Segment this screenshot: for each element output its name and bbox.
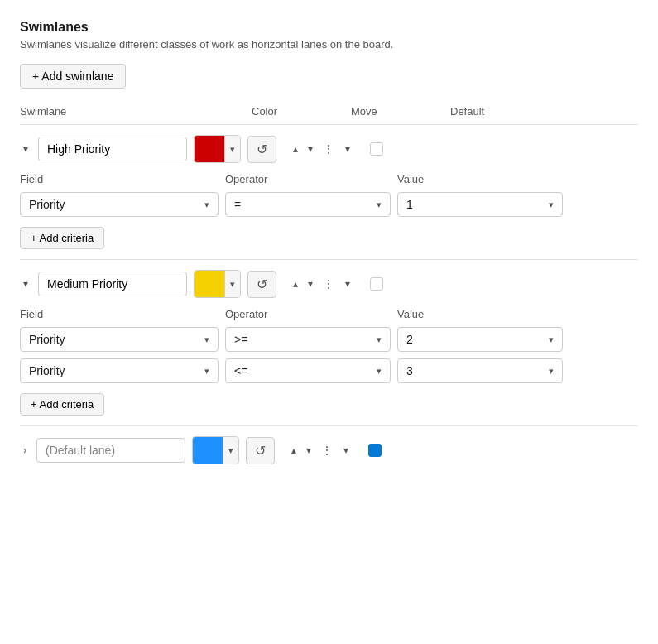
criteria-row-2-1: Priority ▾ >= ▾ 2 ▾ [20,327,638,352]
swimlane-name-input-default-lane[interactable] [36,438,185,463]
color-swatch-default-lane[interactable] [193,437,223,464]
color-picker-default-lane: ▾ [192,436,239,464]
default-checkbox-medium-priority[interactable] [370,277,383,291]
expand-button-default-lane[interactable]: ▾ [340,441,352,459]
value-select-2-2[interactable]: 3 ▾ [397,358,563,383]
add-criteria-button-high-priority[interactable]: + Add criteria [20,227,104,249]
field-select-arrow-2-1: ▾ [204,334,209,345]
criteria-section-medium-priority: Field Operator Value Priority ▾ >= ▾ 2 ▾… [20,308,638,416]
operator-select-label-2-2: <= [234,364,247,377]
color-picker-high-priority: ▾ [194,135,241,163]
field-select-arrow-1-1: ▾ [204,199,209,210]
swimlane-row-high-priority: ▾ ▾ ↺ ▴ ▾ ⋮ ▾ [20,135,638,163]
color-swatch-medium-priority[interactable] [195,271,224,297]
swimlane-row-default-lane: › ▾ ↺ ▴ ▾ ⋮ ▾ [20,436,638,464]
field-select-2-2[interactable]: Priority ▾ [20,358,219,383]
criteria-section-high-priority: Field Operator Value Priority ▾ = ▾ 1 ▾ … [20,173,638,249]
more-button-default-lane[interactable]: ⋮ [318,440,337,460]
col-swimlane: Swimlane [20,105,252,118]
expand-collapse-button-medium-priority[interactable]: ▾ [20,275,31,293]
add-swimlane-button[interactable]: + Add swimlane [20,64,126,89]
field-select-2-1[interactable]: Priority ▾ [20,327,219,352]
swimlane-medium-priority: ▾ ▾ ↺ ▴ ▾ ⋮ ▾ Field Operator Value Prior… [20,260,638,426]
color-picker-medium-priority: ▾ [194,270,241,298]
color-dropdown-button-default-lane[interactable]: ▾ [223,437,238,464]
field-select-1-1[interactable]: Priority ▾ [20,192,219,217]
value-select-arrow-2-1: ▾ [549,334,554,345]
more-button-medium-priority[interactable]: ⋮ [319,274,339,294]
move-controls-default-lane: ▴ ▾ ⋮ ▾ [288,440,352,460]
operator-select-label-1-1: = [234,198,241,211]
color-dropdown-button-medium-priority[interactable]: ▾ [224,271,240,297]
field-label-2: Field [20,308,219,320]
operator-label-1: Operator [225,173,391,185]
move-down-button-high-priority[interactable]: ▾ [305,140,316,158]
field-select-label-2-1: Priority [29,333,65,346]
value-label-2: Value [397,308,563,320]
more-button-high-priority[interactable]: ⋮ [319,139,339,159]
column-headers: Swimlane Color Move Default [20,105,638,125]
color-dropdown-button-high-priority[interactable]: ▾ [224,136,240,162]
operator-select-2-1[interactable]: >= ▾ [225,327,391,352]
criteria-row-2-2: Priority ▾ <= ▾ 3 ▾ [20,358,638,383]
swimlane-name-input-high-priority[interactable] [38,137,187,161]
swimlane-high-priority: ▾ ▾ ↺ ▴ ▾ ⋮ ▾ Field Operator Value Prior… [20,125,638,260]
operator-select-arrow-2-1: ▾ [377,334,382,345]
refresh-button-medium-priority[interactable]: ↺ [247,271,276,298]
expand-button-medium-priority[interactable]: ▾ [342,275,353,293]
criteria-headers-high-priority: Field Operator Value [20,173,638,185]
operator-select-arrow-2-2: ▾ [377,366,382,377]
move-up-button-high-priority[interactable]: ▴ [290,140,301,158]
swimlane-row-medium-priority: ▾ ▾ ↺ ▴ ▾ ⋮ ▾ [20,270,638,298]
move-controls-medium-priority: ▴ ▾ ⋮ ▾ [290,274,353,294]
operator-select-1-1[interactable]: = ▾ [225,192,391,217]
value-label-1: Value [397,173,563,185]
page-title: Swimlanes [20,20,638,35]
default-checkbox-default-lane[interactable] [368,444,382,457]
swimlane-default-lane: › ▾ ↺ ▴ ▾ ⋮ ▾ [20,426,638,484]
move-up-button-medium-priority[interactable]: ▴ [290,275,301,293]
col-move: Move [351,105,450,118]
value-select-2-1[interactable]: 2 ▾ [397,327,563,352]
operator-label-2: Operator [225,308,391,320]
page-subtitle: Swimlanes visualize different classes of… [20,38,638,50]
add-criteria-button-medium-priority[interactable]: + Add criteria [20,393,104,416]
move-controls-high-priority: ▴ ▾ ⋮ ▾ [290,139,353,159]
col-default: Default [450,105,516,118]
field-select-arrow-2-2: ▾ [204,366,209,377]
move-down-button-medium-priority[interactable]: ▾ [305,275,316,293]
field-select-label-1-1: Priority [29,198,65,211]
operator-select-arrow-1-1: ▾ [377,199,382,210]
value-select-label-2-2: 3 [406,364,413,377]
value-select-label-2-1: 2 [406,333,413,346]
expand-collapse-button-default-lane[interactable]: › [20,441,30,459]
refresh-button-high-priority[interactable]: ↺ [247,136,276,163]
criteria-row-1-1: Priority ▾ = ▾ 1 ▾ [20,192,638,217]
value-select-arrow-1-1: ▾ [549,199,554,210]
value-select-label-1-1: 1 [406,198,413,211]
move-down-button-default-lane[interactable]: ▾ [303,441,315,459]
color-swatch-high-priority[interactable] [195,136,224,162]
operator-select-label-2-1: >= [234,333,247,346]
default-checkbox-high-priority[interactable] [370,142,383,156]
criteria-headers-medium-priority: Field Operator Value [20,308,638,320]
col-color: Color [252,105,351,118]
expand-button-high-priority[interactable]: ▾ [342,140,353,158]
value-select-1-1[interactable]: 1 ▾ [397,192,563,217]
swimlane-name-input-medium-priority[interactable] [38,272,187,296]
field-select-label-2-2: Priority [29,364,65,377]
expand-collapse-button-high-priority[interactable]: ▾ [20,140,31,158]
operator-select-2-2[interactable]: <= ▾ [225,358,391,383]
value-select-arrow-2-2: ▾ [549,366,554,377]
field-label-1: Field [20,173,219,185]
refresh-button-default-lane[interactable]: ↺ [246,437,275,464]
move-up-button-default-lane[interactable]: ▴ [288,441,300,459]
